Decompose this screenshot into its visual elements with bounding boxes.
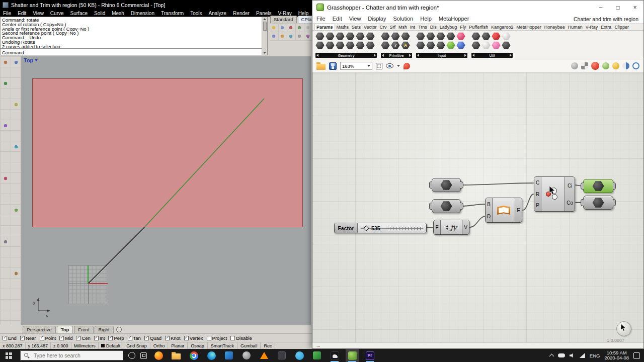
taskbar-app-icon[interactable] — [275, 349, 288, 362]
component-tab[interactable]: Srf — [388, 24, 397, 30]
scroll-up-icon[interactable] — [263, 18, 266, 20]
close-button[interactable]: × — [626, 1, 643, 14]
component-icon[interactable] — [471, 32, 480, 40]
taskbar-app-icon[interactable] — [222, 349, 235, 362]
grasshopper-menu-item[interactable]: Solution — [393, 16, 413, 22]
flask-icon[interactable] — [492, 41, 501, 49]
component-icon[interactable] — [401, 32, 410, 40]
toggle-icon[interactable] — [456, 41, 465, 49]
rhino-titlebar[interactable]: Shatter and Trim with region (50 KB) - R… — [0, 0, 312, 10]
checkbox-icon[interactable] — [165, 336, 170, 340]
rhino-menu-item[interactable]: Transform — [161, 11, 184, 16]
chevron-down-icon[interactable] — [397, 65, 400, 67]
canvas-compass-widget[interactable] — [616, 321, 631, 336]
taskbar-search[interactable] — [20, 350, 123, 360]
hidden-preview-icon[interactable] — [622, 62, 629, 69]
input-curve[interactable]: C — [534, 177, 541, 189]
rhino-tool-sidebar[interactable] — [0, 56, 21, 325]
component-icon[interactable] — [366, 41, 375, 49]
viewport-tab[interactable]: Top — [57, 326, 73, 333]
checkbox-icon[interactable] — [59, 336, 64, 340]
viewport-tab[interactable]: Perspective — [23, 326, 56, 333]
component-tab[interactable]: Ladybug — [438, 24, 459, 30]
gradient-icon[interactable] — [456, 32, 465, 40]
rhino-menu-item[interactable]: Curve — [50, 11, 64, 16]
number-slider[interactable]: Factor 535 — [334, 223, 427, 233]
grasshopper-menu-item[interactable]: Help — [420, 16, 432, 22]
component-tab[interactable]: V-Ray — [584, 24, 600, 30]
input-b[interactable]: B — [486, 198, 492, 210]
osnap-toggle[interactable]: Cen — [76, 335, 90, 341]
jump-icon[interactable] — [481, 41, 491, 49]
input-region[interactable]: R — [534, 189, 541, 200]
grasshopper-menu-item[interactable]: Edit — [333, 16, 342, 22]
component-icon[interactable] — [315, 32, 325, 40]
scroll-right-icon[interactable] — [409, 54, 411, 57]
component-tab[interactable]: Maths — [335, 24, 351, 30]
component-tab[interactable]: Int — [409, 24, 417, 30]
slider-track[interactable]: 535 — [358, 223, 426, 233]
canvas-paint-icon[interactable] — [404, 63, 410, 69]
cherry-picker-icon[interactable] — [492, 32, 501, 40]
viewport-curves[interactable] — [21, 56, 311, 325]
evaluate-component[interactable]: B D E — [485, 198, 522, 223]
edge-app-icon[interactable] — [205, 349, 218, 362]
component-tab[interactable]: Human — [567, 24, 584, 30]
search-input[interactable] — [33, 352, 119, 359]
component-icon[interactable] — [366, 32, 375, 40]
output-v[interactable]: V — [462, 220, 469, 234]
checkbox-icon[interactable] — [128, 336, 132, 340]
rhino-menu-item[interactable]: File — [3, 11, 11, 16]
custom-preview-icon[interactable] — [612, 62, 619, 69]
grasshopper-menu-item[interactable]: Display — [368, 16, 386, 22]
trim-with-region-component[interactable]: C R P Ci Co — [534, 176, 575, 212]
skype-app-icon[interactable] — [293, 349, 306, 362]
status-toggle[interactable]: SmartTrack — [208, 342, 237, 349]
component-tab[interactable]: Honeybee — [543, 24, 567, 30]
toolbar-tab[interactable]: CPlanes — [298, 16, 312, 23]
network-icon[interactable] — [580, 353, 585, 358]
rhino-menu-item[interactable]: Mesh — [112, 11, 124, 16]
component-tab[interactable]: Vector — [362, 24, 378, 30]
expression-component[interactable]: F ƒy V — [433, 220, 469, 235]
rhino-app-taskbar-icon[interactable] — [328, 349, 341, 362]
wire-display-icon[interactable] — [632, 62, 639, 69]
output-e[interactable]: E — [515, 198, 522, 222]
tray-expand-icon[interactable] — [549, 354, 554, 359]
osnap-toggle[interactable]: Vertex — [184, 335, 203, 341]
checkbox-icon[interactable] — [230, 336, 235, 340]
checkbox-icon[interactable] — [144, 336, 149, 340]
premiere-app-taskbar-icon[interactable]: Pr — [363, 349, 376, 362]
component-tab[interactable]: Sets — [350, 24, 362, 30]
component-tab[interactable]: Params — [314, 24, 335, 30]
component-body[interactable] — [493, 198, 515, 222]
checkbox-icon[interactable] — [207, 336, 211, 340]
viewport-title[interactable]: Top — [24, 57, 38, 63]
task-view-icon[interactable] — [140, 352, 147, 359]
component-icon[interactable] — [336, 32, 345, 40]
output-outside[interactable]: Co — [565, 194, 575, 211]
osnap-toggle[interactable]: Quad — [144, 335, 162, 341]
zoom-select[interactable]: 163% — [340, 62, 372, 70]
component-icon[interactable] — [426, 41, 435, 49]
curve-param-component[interactable] — [432, 178, 461, 192]
scroll-thumb[interactable] — [263, 22, 267, 31]
rhino-menu-item[interactable]: Panels — [256, 11, 272, 16]
checkbox-icon[interactable] — [20, 336, 25, 340]
osnap-toggle[interactable]: Disable — [230, 335, 252, 341]
selected-preview-icon[interactable] — [602, 62, 609, 69]
button-icon[interactable] — [446, 41, 455, 49]
status-toggle[interactable]: Gumball — [237, 342, 261, 349]
status-toggle[interactable]: Ortho — [150, 342, 169, 349]
osnap-toggle[interactable]: Project — [207, 335, 227, 341]
shaded-preview-icon[interactable] — [591, 62, 599, 70]
palette-group-label[interactable]: Util — [471, 53, 513, 58]
viewport-tab[interactable]: Front — [74, 326, 93, 333]
input-f[interactable]: F — [434, 220, 440, 234]
units[interactable]: Millimeters — [71, 342, 99, 349]
component-tab[interactable]: MetaHopper — [515, 24, 543, 30]
component-tab[interactable]: Pufferfish — [467, 24, 490, 30]
checkbox-icon[interactable] — [40, 336, 44, 340]
osnap-toggle[interactable]: Perp — [108, 335, 124, 341]
component-icon[interactable] — [326, 32, 335, 40]
